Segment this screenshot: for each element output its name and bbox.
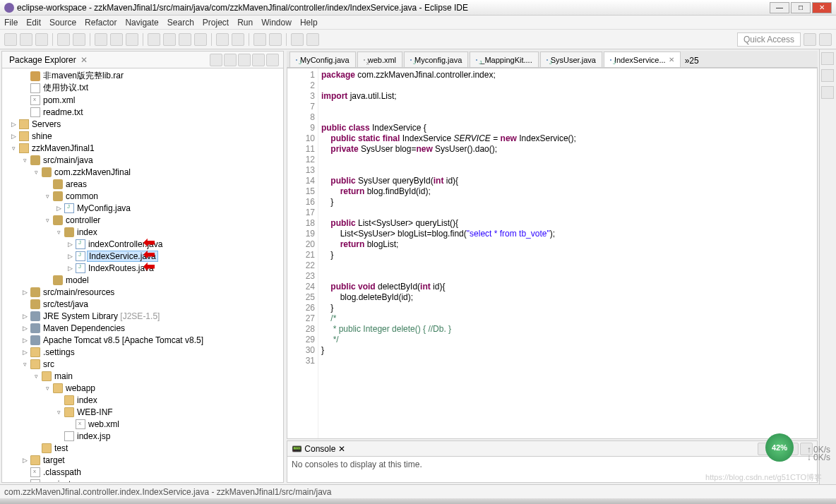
tree-node[interactable]: ▷MyConfig.java bbox=[2, 202, 283, 214]
menu-help[interactable]: Help bbox=[300, 18, 318, 28]
tree-node[interactable]: .project bbox=[2, 478, 283, 482]
editor-tab[interactable]: IndexService... ✕ bbox=[604, 52, 681, 67]
save-all-button[interactable] bbox=[35, 33, 48, 46]
tree-node[interactable]: test bbox=[2, 442, 283, 454]
tree-node[interactable]: index bbox=[2, 394, 283, 406]
tree-node[interactable]: ▷JRE System Library [J2SE-1.5] bbox=[2, 310, 283, 322]
tree-node[interactable]: ▿common bbox=[2, 190, 283, 202]
step-over-button[interactable] bbox=[179, 33, 191, 46]
quick-access-input[interactable]: Quick Access bbox=[737, 32, 801, 47]
open-type-button[interactable] bbox=[269, 33, 282, 46]
collapse-all-button[interactable] bbox=[210, 54, 222, 66]
tree-node[interactable]: ▿index bbox=[2, 226, 283, 238]
save-button[interactable] bbox=[20, 33, 32, 46]
tree-node[interactable]: ▿controller bbox=[2, 214, 283, 226]
pkg-icon bbox=[30, 287, 40, 297]
tree-node[interactable]: ▷IndexRoutes.java bbox=[2, 262, 283, 274]
tree-node[interactable]: web.xml bbox=[2, 418, 283, 430]
package-tree[interactable]: 非maven版完整lib.rar使用协议.txtpom.xmlreadme.tx… bbox=[2, 68, 283, 482]
debug-button[interactable] bbox=[95, 33, 107, 46]
close-tab-icon[interactable]: ✕ bbox=[669, 56, 674, 64]
tree-node[interactable]: ▷Servers bbox=[2, 118, 283, 130]
minimize-button[interactable]: — bbox=[770, 2, 789, 13]
tree-node[interactable]: model bbox=[2, 274, 283, 286]
tree-node[interactable]: ▷Apache Tomcat v8.5 [Apache Tomcat v8.5] bbox=[2, 334, 283, 346]
minimize-view-button[interactable] bbox=[252, 54, 265, 66]
tree-node[interactable]: src/test/java bbox=[2, 298, 283, 310]
menu-edit[interactable]: Edit bbox=[26, 18, 41, 28]
editor-tab[interactable]: MyConfig.java bbox=[289, 52, 356, 67]
menu-file[interactable]: File bbox=[4, 18, 18, 28]
tree-node[interactable]: ▷IndexService.java bbox=[2, 250, 283, 262]
menu-window[interactable]: Window bbox=[261, 18, 292, 28]
marker-bar bbox=[287, 68, 297, 438]
tree-node[interactable]: ▷Maven Dependencies bbox=[2, 322, 283, 334]
console-tab[interactable]: 📟 Console ✕ bbox=[287, 441, 817, 457]
tree-node[interactable]: ▿com.zzkMavenJfinal bbox=[2, 166, 283, 178]
pkg-icon bbox=[53, 215, 63, 225]
os-taskbar bbox=[0, 498, 836, 504]
close-button[interactable]: ✕ bbox=[812, 2, 832, 13]
maximize-view-button[interactable] bbox=[266, 54, 279, 66]
toggle-button[interactable] bbox=[57, 33, 70, 46]
cheat-sheet-button[interactable] bbox=[821, 86, 834, 99]
package-explorer-tab[interactable]: Package Explorer ✕ bbox=[2, 52, 283, 68]
tree-node[interactable]: ▿src bbox=[2, 358, 283, 370]
menu-search[interactable]: Search bbox=[167, 18, 194, 28]
java-icon bbox=[547, 59, 548, 61]
new-pkg-button[interactable] bbox=[232, 33, 244, 46]
proj-icon bbox=[19, 143, 29, 153]
step-into-button[interactable] bbox=[163, 33, 176, 46]
new-class-button[interactable] bbox=[216, 33, 229, 46]
tree-node[interactable]: ▷indexController.java bbox=[2, 238, 283, 250]
view-menu-button[interactable] bbox=[238, 54, 251, 66]
perspective-java-button[interactable] bbox=[804, 33, 816, 46]
tree-node[interactable]: ▿zzkMavenJfinal1 bbox=[2, 142, 283, 154]
menu-refactor[interactable]: Refactor bbox=[85, 18, 117, 28]
menu-navigate[interactable]: Navigate bbox=[125, 18, 158, 28]
tree-node[interactable]: areas bbox=[2, 178, 283, 190]
close-view-icon[interactable]: ✕ bbox=[80, 55, 88, 65]
tree-node[interactable]: 使用协议.txt bbox=[2, 82, 283, 94]
maximize-button[interactable]: □ bbox=[791, 2, 811, 13]
menu-project[interactable]: Project bbox=[203, 18, 229, 28]
link-editor-button[interactable] bbox=[224, 54, 237, 66]
tree-node[interactable]: ▷.settings bbox=[2, 346, 283, 358]
tree-node[interactable]: ▷src/main/resources bbox=[2, 286, 283, 298]
menu-run[interactable]: Run bbox=[237, 18, 253, 28]
tree-node[interactable]: ▷shine bbox=[2, 130, 283, 142]
search-button[interactable] bbox=[253, 33, 266, 46]
tab-overflow-button[interactable]: »25 bbox=[682, 54, 702, 67]
new-button[interactable] bbox=[4, 33, 17, 46]
java-icon bbox=[410, 59, 412, 61]
tree-node[interactable]: ▿main bbox=[2, 370, 283, 382]
menu-source[interactable]: Source bbox=[49, 18, 76, 28]
code-editor[interactable]: 1237891011121314151617181920212223242526… bbox=[287, 68, 818, 439]
tree-node[interactable]: ▷target bbox=[2, 454, 283, 466]
outline-button[interactable] bbox=[821, 52, 834, 65]
tree-node[interactable]: readme.txt bbox=[2, 106, 283, 118]
tree-node[interactable]: pom.xml bbox=[2, 94, 283, 106]
editor-tab[interactable]: Myconfig.java bbox=[404, 52, 468, 67]
source-text[interactable]: package com.zzkMavenJfinal.controller.in… bbox=[318, 68, 817, 438]
editor-tab[interactable]: _MappingKit.... bbox=[470, 52, 538, 67]
editor-tab[interactable]: web.xml bbox=[357, 52, 402, 67]
tree-node[interactable]: ▿src/main/java bbox=[2, 154, 283, 166]
tree-node[interactable]: 非maven版完整lib.rar bbox=[2, 70, 283, 82]
run-button[interactable] bbox=[110, 33, 123, 46]
tree-node[interactable]: ▿WEB-INF bbox=[2, 406, 283, 418]
editor-tab[interactable]: SysUser.java bbox=[540, 52, 602, 67]
perspective-debug-button[interactable] bbox=[819, 33, 832, 46]
build-button[interactable] bbox=[73, 33, 85, 46]
step-return-button[interactable] bbox=[194, 33, 207, 46]
tree-node[interactable]: index.jsp bbox=[2, 430, 283, 442]
task-list-button[interactable] bbox=[821, 69, 834, 82]
folder-icon bbox=[30, 455, 40, 465]
nav-fwd-button[interactable] bbox=[306, 33, 319, 46]
tree-node[interactable]: .classpath bbox=[2, 466, 283, 478]
pkg-icon bbox=[42, 167, 52, 177]
nav-back-button[interactable] bbox=[291, 33, 304, 46]
coverage-button[interactable] bbox=[126, 33, 138, 46]
step-button[interactable] bbox=[148, 33, 160, 46]
tree-node[interactable]: ▿webapp bbox=[2, 382, 283, 394]
